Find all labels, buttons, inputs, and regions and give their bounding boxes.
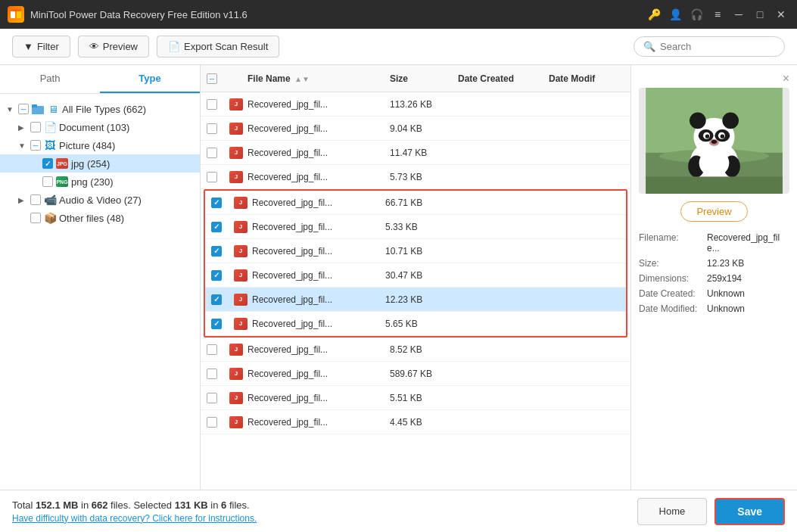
tree-label-all: All File Types (662): [62, 104, 146, 115]
menu-icon[interactable]: ≡: [709, 6, 726, 23]
file-type-icon: J: [229, 344, 243, 356]
info-row-size: Size: 12.23 KB: [639, 258, 789, 269]
tab-path[interactable]: Path: [0, 65, 100, 93]
file-checkbox[interactable]: [207, 417, 217, 428]
tabs-header: Path Type: [0, 65, 200, 94]
close-preview-button[interactable]: ×: [783, 73, 789, 85]
file-checkbox[interactable]: ✓: [211, 319, 222, 329]
table-row[interactable]: JRecovered_jpg_fil...4.45 KB: [201, 410, 630, 434]
app-title: MiniTool Power Data Recovery Free Editio…: [30, 9, 646, 20]
svg-rect-23: [646, 176, 783, 194]
file-size: 589.67 KB: [390, 369, 458, 379]
svg-rect-4: [32, 104, 37, 107]
file-type-icon: J: [234, 197, 248, 209]
table-row[interactable]: JRecovered_jpg_fil...9.04 KB: [201, 117, 630, 141]
file-checkbox[interactable]: [207, 344, 217, 355]
tree-label-audio-video: Audio & Video (27): [59, 194, 142, 206]
export-icon: 📄: [168, 41, 180, 52]
file-name: Recovered_jpg_fil...: [252, 222, 385, 232]
file-checkbox[interactable]: ✓: [211, 222, 222, 232]
file-checkbox[interactable]: ✓: [211, 246, 222, 257]
file-list-scroll[interactable]: JRecovered_jpg_fil...113.26 KBJRecovered…: [201, 92, 630, 490]
file-checkbox[interactable]: [207, 393, 217, 403]
file-type-icon: J: [229, 392, 243, 404]
filter-button[interactable]: ▼ Filter: [12, 36, 70, 58]
search-input[interactable]: [660, 41, 775, 52]
checkbox-all[interactable]: ─: [18, 104, 29, 114]
file-checkbox[interactable]: ✓: [211, 198, 222, 208]
minimize-button[interactable]: ─: [730, 6, 747, 23]
svg-rect-1: [17, 11, 21, 18]
home-button[interactable]: Home: [637, 498, 708, 525]
checkbox-audio-video[interactable]: [30, 194, 41, 205]
tab-type[interactable]: Type: [100, 65, 200, 93]
tree-item-jpg[interactable]: ▶ ✓ JPG jpg (254): [0, 154, 200, 173]
tree-item-other[interactable]: ▶ 📦 Other files (48): [0, 209, 200, 227]
left-panel: Path Type ▼ ─ 🖥 All File Types (662): [0, 65, 201, 490]
table-row[interactable]: JRecovered_jpg_fil...113.26 KB: [201, 92, 630, 117]
checkbox-document[interactable]: [30, 122, 41, 132]
export-button[interactable]: 📄 Export Scan Result: [157, 36, 279, 58]
checked-group-border: ✓JRecovered_jpg_fil...66.71 KB✓JRecovere…: [204, 189, 627, 338]
file-list-header: ─ File Name ▲▼ Size Date Created Date Mo…: [201, 65, 630, 92]
date-modified-label: Date Modified:: [639, 303, 707, 314]
header-checkbox[interactable]: ─: [207, 73, 217, 84]
status-text-area: Total 152.1 MB in 662 files. Selected 13…: [12, 499, 637, 524]
tree-item-picture[interactable]: ▼ ─ 🖼 Picture (484): [0, 136, 200, 154]
table-row[interactable]: ✓JRecovered_jpg_fil...5.65 KB: [205, 312, 626, 336]
help-link[interactable]: Have difficulty with data recovery? Clic…: [12, 513, 637, 524]
user-icon[interactable]: 👤: [667, 6, 683, 23]
file-checkbox[interactable]: [207, 172, 217, 182]
checkbox-picture[interactable]: ─: [30, 140, 41, 151]
file-name: Recovered_jpg_fil...: [248, 172, 390, 182]
col-header-size: Size: [390, 73, 458, 84]
tree-item-png[interactable]: ▶ PNG png (230): [0, 173, 200, 191]
svg-point-17: [721, 134, 724, 138]
close-button[interactable]: ✕: [773, 6, 789, 23]
table-row[interactable]: ✓JRecovered_jpg_fil...66.71 KB: [205, 191, 626, 215]
info-row-modified: Date Modified: Unknown: [639, 303, 789, 314]
table-row[interactable]: JRecovered_jpg_fil...589.67 KB: [201, 362, 630, 386]
dimensions-value: 259x194: [707, 273, 742, 284]
checkbox-png[interactable]: [42, 176, 53, 187]
table-row[interactable]: JRecovered_jpg_fil...8.52 KB: [201, 338, 630, 362]
file-type-icon: J: [234, 318, 248, 330]
table-row[interactable]: ✓JRecovered_jpg_fil...10.71 KB: [205, 239, 626, 263]
document-icon: 📄: [44, 121, 56, 133]
file-name: Recovered_jpg_fil...: [248, 393, 390, 403]
tree-item-audio-video[interactable]: ▶ 📹 Audio & Video (27): [0, 191, 200, 209]
table-row[interactable]: ✓JRecovered_jpg_fil...30.47 KB: [205, 263, 626, 288]
right-panel: ×: [630, 65, 797, 490]
maximize-button[interactable]: □: [752, 6, 768, 23]
preview-action-button[interactable]: Preview: [680, 201, 747, 222]
file-checkbox[interactable]: [207, 148, 217, 158]
headset-icon[interactable]: 🎧: [688, 6, 705, 23]
dimensions-label: Dimensions:: [639, 273, 707, 284]
file-type-icon: J: [229, 147, 243, 159]
file-checkbox[interactable]: [207, 123, 217, 134]
table-row[interactable]: ✓JRecovered_jpg_fil...5.33 KB: [205, 215, 626, 239]
filter-label: Filter: [37, 41, 59, 52]
tree-item-document[interactable]: ▶ 📄 Document (103): [0, 118, 200, 136]
other-files-icon: 📦: [44, 212, 56, 224]
file-checkbox[interactable]: ✓: [211, 270, 222, 281]
folder-icon: [32, 103, 44, 115]
filename-label: Filename:: [639, 232, 707, 243]
tree-item-all[interactable]: ▼ ─ 🖥 All File Types (662): [0, 100, 200, 118]
table-row[interactable]: ✓JRecovered_jpg_fil...12.23 KB: [205, 288, 626, 312]
file-name: Recovered_jpg_fil...: [248, 369, 390, 379]
file-size: 113.26 KB: [390, 99, 458, 110]
selected-in: in: [208, 499, 221, 511]
key-icon[interactable]: 🔑: [646, 6, 662, 23]
table-row[interactable]: JRecovered_jpg_fil...5.51 KB: [201, 386, 630, 410]
save-button[interactable]: Save: [714, 498, 785, 525]
preview-button[interactable]: 👁 Preview: [78, 36, 149, 58]
file-checkbox[interactable]: [207, 99, 217, 110]
table-row[interactable]: JRecovered_jpg_fil...5.73 KB: [201, 165, 630, 189]
table-row[interactable]: JRecovered_jpg_fil...11.47 KB: [201, 141, 630, 165]
file-checkbox[interactable]: [207, 369, 217, 379]
chevron-down-icon: ▼: [6, 105, 15, 114]
checkbox-other[interactable]: [30, 213, 41, 223]
file-checkbox[interactable]: ✓: [211, 294, 222, 305]
checkbox-jpg[interactable]: ✓: [42, 158, 53, 169]
